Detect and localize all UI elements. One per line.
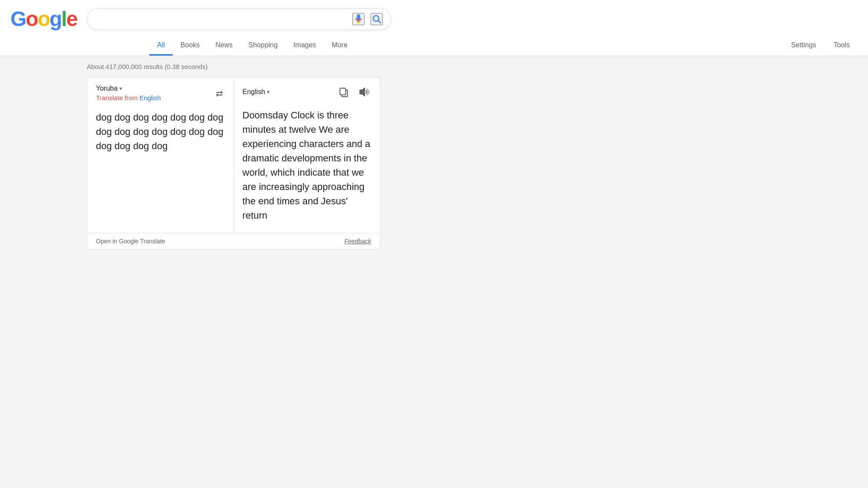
search-button[interactable]: [371, 13, 383, 25]
nav-settings: Settings Tools: [783, 36, 858, 56]
search-icons: [352, 13, 383, 25]
open-in-translate-link[interactable]: Open in Google Translate: [96, 238, 165, 245]
logo-l: l: [61, 7, 66, 31]
source-lang-label: Yoruba: [96, 85, 118, 92]
nav-bar: All Books News Shopping Images More Sett…: [10, 36, 858, 56]
target-panel-header: English ▾: [243, 85, 372, 99]
source-text[interactable]: dog dog dog dog dog dog dog dog dog dog …: [96, 107, 225, 157]
speaker-icon: [358, 86, 369, 98]
main-content: Yoruba ▾ Translate from English ⇄ dog do…: [0, 74, 391, 267]
tab-shopping[interactable]: Shopping: [240, 36, 286, 56]
speaker-button[interactable]: [356, 85, 371, 99]
google-logo[interactable]: G o o g l e: [10, 7, 77, 31]
svg-rect-3: [340, 88, 345, 95]
target-panel: English ▾: [234, 78, 380, 233]
logo-o1: o: [26, 7, 37, 31]
target-lang-selector[interactable]: English ▾: [243, 88, 270, 96]
copy-button[interactable]: [336, 85, 351, 99]
header-top: G o o g l e google translate: [10, 7, 858, 31]
svg-marker-4: [360, 88, 365, 95]
source-lang-arrow: ▾: [119, 85, 122, 92]
mic-icon: [353, 14, 364, 24]
settings-link[interactable]: Settings: [783, 36, 824, 56]
svg-line-1: [378, 20, 381, 23]
source-panel-header: Yoruba ▾ Translate from English ⇄: [96, 85, 225, 102]
target-lang-arrow: ▾: [267, 89, 270, 95]
translate-panels: Yoruba ▾ Translate from English ⇄ dog do…: [87, 78, 380, 233]
source-lang-selector[interactable]: Yoruba ▾: [96, 85, 161, 92]
copy-icon: [338, 86, 349, 98]
search-icon: [372, 14, 382, 24]
mic-button[interactable]: [352, 13, 365, 25]
swap-languages-button[interactable]: ⇄: [214, 86, 225, 100]
logo-o2: o: [38, 7, 49, 31]
translated-text: Doomsday Clock is three minutes at twelv…: [243, 105, 372, 226]
tab-all[interactable]: All: [149, 36, 173, 56]
logo-g1: G: [10, 7, 26, 31]
tab-more[interactable]: More: [324, 36, 355, 56]
tab-news[interactable]: News: [207, 36, 240, 56]
tab-images[interactable]: Images: [286, 36, 324, 56]
translate-card: Yoruba ▾ Translate from English ⇄ dog do…: [87, 77, 380, 249]
logo-g2: g: [49, 7, 61, 31]
tab-books[interactable]: Books: [173, 36, 207, 56]
source-panel: Yoruba ▾ Translate from English ⇄ dog do…: [87, 78, 234, 233]
target-lang-label: English: [243, 88, 265, 96]
search-input[interactable]: google translate: [95, 14, 347, 24]
search-bar: google translate: [87, 8, 391, 30]
results-info: About 417,000,000 results (0.38 seconds): [0, 56, 868, 74]
feedback-link[interactable]: Feedback: [345, 238, 371, 245]
translate-from-lang: English: [139, 94, 161, 102]
logo-e: e: [66, 7, 77, 31]
target-panel-icons: [336, 85, 371, 99]
translate-from-link[interactable]: Translate from English: [96, 94, 161, 102]
card-footer: Open in Google Translate Feedback: [87, 233, 380, 249]
nav-tabs: All Books News Shopping Images More: [149, 36, 355, 56]
translate-from-text: Translate from: [96, 94, 139, 102]
tools-link[interactable]: Tools: [826, 36, 858, 56]
page-header: G o o g l e google translate: [0, 0, 868, 56]
